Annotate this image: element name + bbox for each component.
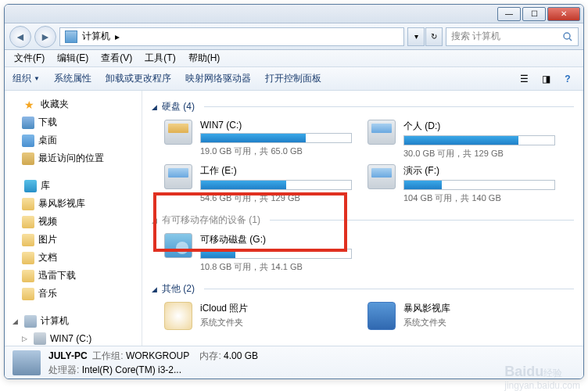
sidebar-pictures[interactable]: 图片 [19,231,138,249]
sidebar-libraries[interactable]: 库 [9,177,138,195]
address-dropdown[interactable]: ▾ [407,27,425,46]
drive-2[interactable]: 工作 (E:) 54.6 GB 可用，共 129 GB [164,164,352,204]
expand-icon[interactable]: ▷ [22,335,30,343]
menu-help[interactable]: 帮助(H) [184,50,225,66]
watermark: Baidu经验 jingyan.baidu.com [504,364,580,391]
drive-name: 演示 (F:) [403,164,555,178]
drive-capacity: 19.0 GB 可用，共 65.0 GB [200,145,352,157]
control-panel-button[interactable]: 打开控制面板 [265,72,321,85]
sidebar-baofeng[interactable]: 暴风影视库 [19,195,138,213]
drive-capacity: 104 GB 可用，共 140 GB [403,192,555,204]
search-input[interactable]: 搜索 计算机 [446,27,579,46]
desktop-icon [22,135,34,147]
drive-capacity: 54.6 GB 可用，共 129 GB [200,192,352,204]
collapse-icon: ◢ [152,103,157,111]
sidebar-documents[interactable]: 文档 [19,249,138,267]
drive-usb[interactable]: 可移动磁盘 (G:) 10.8 GB 可用，共 14.1 GB [164,233,352,273]
item-icloud[interactable]: iCloud 照片系统文件夹 [164,302,352,330]
close-button[interactable]: ✕ [547,7,580,21]
star-icon: ★ [24,99,37,111]
drive-name: 可移动磁盘 (G:) [200,233,352,246]
titlebar: — ☐ ✕ [5,5,583,23]
sidebar-computer[interactable]: ◢计算机 [9,312,138,330]
baofeng-icon [368,302,396,330]
sidebar-xunlei[interactable]: 迅雷下载 [19,267,138,285]
drive-name: 个人 (D:) [403,120,555,133]
nav-bar: ◄ ► 计算机 ▸ ▾ ↻ 搜索 计算机 [5,23,583,50]
sidebar-favorites[interactable]: ★收藏夹 [9,95,138,113]
drive-capacity: 10.8 GB 可用，共 14.1 GB [200,261,352,273]
search-icon [562,31,573,42]
group-other[interactable]: ◢其他 (2) [152,282,574,296]
sidebar-desktop[interactable]: 桌面 [19,131,138,149]
capacity-bar [200,133,352,143]
breadcrumb-sep-icon[interactable]: ▸ [115,31,120,42]
menu-tools[interactable]: 工具(T) [140,50,180,66]
folder-icon [22,216,34,228]
recent-icon [22,152,34,165]
preview-pane-button[interactable]: ◨ [538,71,554,87]
search-placeholder: 搜索 计算机 [451,30,500,43]
view-mode-button[interactable]: ☰ [516,71,532,87]
library-icon [24,180,37,192]
pc-name: JULY-PC [48,350,88,361]
maximize-button[interactable]: ☐ [522,7,546,21]
menu-edit[interactable]: 编辑(E) [52,50,93,66]
drive-capacity: 30.0 GB 可用，共 129 GB [403,148,555,160]
breadcrumb[interactable]: 计算机 [82,30,110,43]
computer-icon [24,315,37,328]
folder-icon [22,288,34,300]
folder-icon [22,252,34,264]
drive-name: WIN7 (C:) [200,120,352,131]
group-removable[interactable]: ◢有可移动存储的设备 (1) [152,213,574,227]
item-sub: 系统文件夹 [200,317,248,328]
address-bar[interactable]: 计算机 ▸ [59,27,404,46]
help-button[interactable]: ? [560,71,575,87]
refresh-button[interactable]: ↻ [425,27,443,46]
menu-view[interactable]: 查看(V) [96,50,137,66]
status-bar: JULY-PC 工作组: WORKGROUP 内存: 4.00 GB 处理器: … [5,346,583,378]
hdd-icon [164,164,192,189]
sidebar-videos[interactable]: 视频 [19,213,138,231]
item-name: iCloud 照片 [200,302,248,315]
map-drive-button[interactable]: 映射网络驱动器 [185,72,251,85]
forward-button[interactable]: ► [34,26,56,48]
drive-3[interactable]: 演示 (F:) 104 GB 可用，共 140 GB [368,164,555,204]
item-baofeng[interactable]: 暴风影视库系统文件夹 [368,302,555,330]
drive-0[interactable]: WIN7 (C:) 19.0 GB 可用，共 65.0 GB [164,120,352,160]
expand-icon[interactable]: ◢ [13,317,20,325]
item-name: 暴风影视库 [403,302,450,315]
download-icon [22,117,34,129]
hdd-icon [164,120,192,145]
uninstall-button[interactable]: 卸载或更改程序 [106,72,171,85]
disk-icon [34,332,46,345]
drive-1[interactable]: 个人 (D:) 30.0 GB 可用，共 129 GB [368,120,555,160]
svg-point-0 [564,33,570,39]
menu-file[interactable]: 文件(F) [9,50,49,66]
sidebar-drive-c[interactable]: ▷WIN7 (C:) [19,330,138,346]
usb-drive-icon [164,233,192,258]
group-hdd[interactable]: ◢硬盘 (4) [152,100,574,113]
drive-name: 工作 (E:) [200,164,352,178]
organize-button[interactable]: 组织▼ [13,72,40,85]
back-button[interactable]: ◄ [9,26,31,48]
main-content: ◢硬盘 (4) WIN7 (C:) 19.0 GB 可用，共 65.0 GB 个… [142,91,583,346]
chevron-down-icon: ▼ [34,75,40,82]
capacity-bar [200,180,352,190]
sidebar-music[interactable]: 音乐 [19,285,138,303]
folder-icon [22,270,34,282]
system-props-button[interactable]: 系统属性 [54,72,91,85]
collapse-icon: ◢ [152,217,157,224]
computer-large-icon [13,350,41,375]
sidebar-downloads[interactable]: 下载 [19,113,138,131]
minimize-button[interactable]: — [497,7,521,21]
hdd-icon [368,120,396,145]
sidebar-recent[interactable]: 最近访问的位置 [19,149,138,167]
collapse-icon: ◢ [152,285,157,293]
capacity-bar [403,180,555,190]
sidebar: ★收藏夹 下载 桌面 最近访问的位置 库 暴风影视库 视频 图片 文档 迅雷下载… [5,91,142,346]
icloud-icon [164,302,192,330]
folder-icon [22,198,34,210]
hdd-icon [368,164,396,189]
capacity-bar [403,135,555,145]
